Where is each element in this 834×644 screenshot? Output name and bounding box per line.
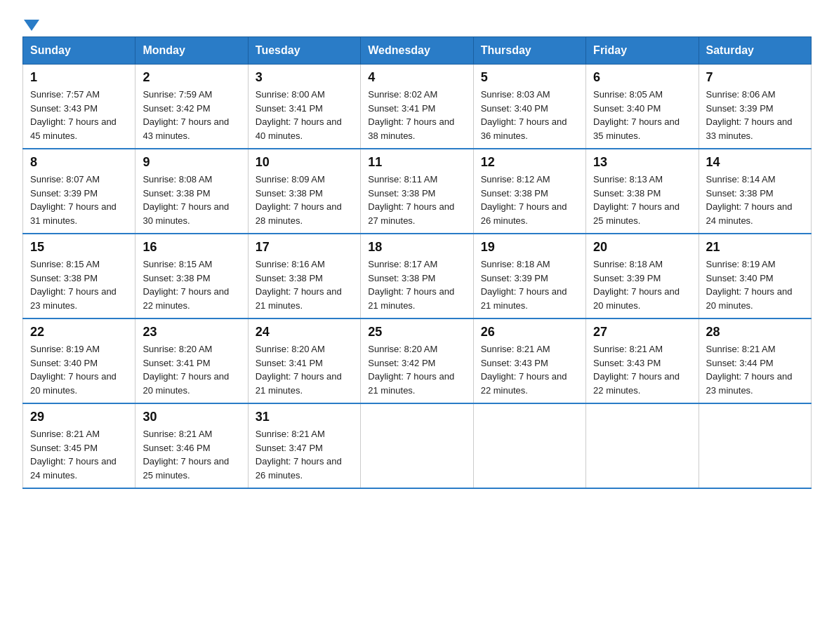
- day-info: Sunrise: 8:20 AMSunset: 3:41 PMDaylight:…: [256, 344, 342, 396]
- calendar-day-cell: 21 Sunrise: 8:19 AMSunset: 3:40 PMDaylig…: [699, 234, 811, 318]
- calendar-day-cell: [586, 403, 699, 488]
- day-info: Sunrise: 8:19 AMSunset: 3:40 PMDaylight:…: [30, 344, 117, 396]
- logo: [22, 17, 39, 25]
- calendar-day-cell: 31 Sunrise: 8:21 AMSunset: 3:47 PMDaylig…: [248, 403, 360, 488]
- day-info: Sunrise: 7:59 AMSunset: 3:42 PMDaylight:…: [143, 89, 229, 141]
- day-number: 30: [143, 410, 240, 424]
- header-row: SundayMondayTuesdayWednesdayThursdayFrid…: [23, 37, 812, 65]
- calendar-day-cell: 22 Sunrise: 8:19 AMSunset: 3:40 PMDaylig…: [23, 318, 135, 403]
- calendar-day-cell: 19 Sunrise: 8:18 AMSunset: 3:39 PMDaylig…: [473, 234, 585, 318]
- day-info: Sunrise: 8:21 AMSunset: 3:43 PMDaylight:…: [593, 344, 680, 396]
- day-info: Sunrise: 8:03 AMSunset: 3:40 PMDaylight:…: [481, 89, 567, 141]
- day-number: 14: [706, 155, 804, 170]
- page-header: [22, 17, 812, 25]
- calendar-day-cell: 23 Sunrise: 8:20 AMSunset: 3:41 PMDaylig…: [135, 318, 248, 403]
- day-number: 9: [143, 155, 240, 170]
- day-number: 2: [143, 70, 240, 85]
- calendar-day-cell: 27 Sunrise: 8:21 AMSunset: 3:43 PMDaylig…: [586, 318, 699, 403]
- calendar-day-cell: 18 Sunrise: 8:17 AMSunset: 3:38 PMDaylig…: [361, 234, 473, 318]
- calendar-day-cell: 26 Sunrise: 8:21 AMSunset: 3:43 PMDaylig…: [473, 318, 585, 403]
- calendar-day-cell: 11 Sunrise: 8:11 AMSunset: 3:38 PMDaylig…: [361, 149, 473, 234]
- day-info: Sunrise: 8:18 AMSunset: 3:39 PMDaylight:…: [481, 259, 567, 311]
- day-number: 7: [706, 70, 804, 85]
- day-info: Sunrise: 8:21 AMSunset: 3:47 PMDaylight:…: [256, 429, 342, 481]
- day-of-week-header: Monday: [135, 37, 248, 65]
- calendar-day-cell: 12 Sunrise: 8:12 AMSunset: 3:38 PMDaylig…: [473, 149, 585, 234]
- day-number: 19: [481, 240, 578, 255]
- day-info: Sunrise: 8:20 AMSunset: 3:41 PMDaylight:…: [143, 344, 229, 396]
- calendar-day-cell: 14 Sunrise: 8:14 AMSunset: 3:38 PMDaylig…: [699, 149, 811, 234]
- calendar-header: SundayMondayTuesdayWednesdayThursdayFrid…: [23, 37, 812, 65]
- day-number: 5: [481, 70, 578, 85]
- calendar-week-row: 29 Sunrise: 8:21 AMSunset: 3:45 PMDaylig…: [23, 403, 812, 488]
- day-number: 26: [481, 325, 578, 340]
- calendar-day-cell: 4 Sunrise: 8:02 AMSunset: 3:41 PMDayligh…: [361, 65, 473, 149]
- day-of-week-header: Tuesday: [248, 37, 360, 65]
- calendar-day-cell: 24 Sunrise: 8:20 AMSunset: 3:41 PMDaylig…: [248, 318, 360, 403]
- day-number: 21: [706, 240, 804, 255]
- calendar-day-cell: 8 Sunrise: 8:07 AMSunset: 3:39 PMDayligh…: [23, 149, 135, 234]
- day-info: Sunrise: 8:15 AMSunset: 3:38 PMDaylight:…: [143, 259, 229, 311]
- calendar-day-cell: 25 Sunrise: 8:20 AMSunset: 3:42 PMDaylig…: [361, 318, 473, 403]
- day-info: Sunrise: 8:09 AMSunset: 3:38 PMDaylight:…: [256, 174, 342, 226]
- day-info: Sunrise: 8:07 AMSunset: 3:39 PMDaylight:…: [30, 174, 117, 226]
- calendar-table: SundayMondayTuesdayWednesdayThursdayFrid…: [22, 36, 812, 489]
- calendar-day-cell: 3 Sunrise: 8:00 AMSunset: 3:41 PMDayligh…: [248, 65, 360, 149]
- day-info: Sunrise: 8:21 AMSunset: 3:46 PMDaylight:…: [143, 429, 229, 481]
- day-number: 24: [256, 325, 353, 340]
- day-number: 25: [368, 325, 465, 340]
- day-number: 20: [593, 240, 691, 255]
- day-number: 18: [368, 240, 465, 255]
- day-number: 4: [368, 70, 465, 85]
- day-info: Sunrise: 8:13 AMSunset: 3:38 PMDaylight:…: [593, 174, 680, 226]
- calendar-week-row: 15 Sunrise: 8:15 AMSunset: 3:38 PMDaylig…: [23, 234, 812, 318]
- calendar-day-cell: 20 Sunrise: 8:18 AMSunset: 3:39 PMDaylig…: [586, 234, 699, 318]
- calendar-day-cell: 9 Sunrise: 8:08 AMSunset: 3:38 PMDayligh…: [135, 149, 248, 234]
- day-info: Sunrise: 8:21 AMSunset: 3:44 PMDaylight:…: [706, 344, 793, 396]
- day-info: Sunrise: 8:14 AMSunset: 3:38 PMDaylight:…: [706, 174, 793, 226]
- calendar-day-cell: [699, 403, 811, 488]
- day-number: 12: [481, 155, 578, 170]
- calendar-day-cell: 6 Sunrise: 8:05 AMSunset: 3:40 PMDayligh…: [586, 65, 699, 149]
- day-number: 15: [30, 240, 128, 255]
- calendar-day-cell: 1 Sunrise: 7:57 AMSunset: 3:43 PMDayligh…: [23, 65, 135, 149]
- day-of-week-header: Friday: [586, 37, 699, 65]
- day-number: 10: [256, 155, 353, 170]
- calendar-week-row: 1 Sunrise: 7:57 AMSunset: 3:43 PMDayligh…: [23, 65, 812, 149]
- day-info: Sunrise: 8:21 AMSunset: 3:43 PMDaylight:…: [481, 344, 567, 396]
- day-info: Sunrise: 8:15 AMSunset: 3:38 PMDaylight:…: [30, 259, 117, 311]
- day-number: 23: [143, 325, 240, 340]
- day-info: Sunrise: 8:00 AMSunset: 3:41 PMDaylight:…: [256, 89, 342, 141]
- calendar-day-cell: [473, 403, 585, 488]
- day-info: Sunrise: 8:05 AMSunset: 3:40 PMDaylight:…: [593, 89, 680, 141]
- day-number: 3: [256, 70, 353, 85]
- day-of-week-header: Thursday: [473, 37, 585, 65]
- calendar-day-cell: 10 Sunrise: 8:09 AMSunset: 3:38 PMDaylig…: [248, 149, 360, 234]
- day-info: Sunrise: 8:21 AMSunset: 3:45 PMDaylight:…: [30, 429, 117, 481]
- calendar-body: 1 Sunrise: 7:57 AMSunset: 3:43 PMDayligh…: [23, 65, 812, 489]
- day-info: Sunrise: 8:17 AMSunset: 3:38 PMDaylight:…: [368, 259, 454, 311]
- day-number: 16: [143, 240, 240, 255]
- logo-arrow-icon: [24, 20, 39, 31]
- calendar-week-row: 8 Sunrise: 8:07 AMSunset: 3:39 PMDayligh…: [23, 149, 812, 234]
- calendar-day-cell: 29 Sunrise: 8:21 AMSunset: 3:45 PMDaylig…: [23, 403, 135, 488]
- calendar-day-cell: 15 Sunrise: 8:15 AMSunset: 3:38 PMDaylig…: [23, 234, 135, 318]
- day-info: Sunrise: 8:19 AMSunset: 3:40 PMDaylight:…: [706, 259, 793, 311]
- day-info: Sunrise: 7:57 AMSunset: 3:43 PMDaylight:…: [30, 89, 117, 141]
- day-info: Sunrise: 8:12 AMSunset: 3:38 PMDaylight:…: [481, 174, 567, 226]
- day-number: 11: [368, 155, 465, 170]
- day-info: Sunrise: 8:11 AMSunset: 3:38 PMDaylight:…: [368, 174, 454, 226]
- calendar-day-cell: 5 Sunrise: 8:03 AMSunset: 3:40 PMDayligh…: [473, 65, 585, 149]
- day-info: Sunrise: 8:20 AMSunset: 3:42 PMDaylight:…: [368, 344, 454, 396]
- calendar-day-cell: 28 Sunrise: 8:21 AMSunset: 3:44 PMDaylig…: [699, 318, 811, 403]
- day-number: 27: [593, 325, 691, 340]
- day-number: 1: [30, 70, 128, 85]
- day-number: 6: [593, 70, 691, 85]
- calendar-day-cell: 13 Sunrise: 8:13 AMSunset: 3:38 PMDaylig…: [586, 149, 699, 234]
- day-info: Sunrise: 8:08 AMSunset: 3:38 PMDaylight:…: [143, 174, 229, 226]
- day-number: 22: [30, 325, 128, 340]
- day-info: Sunrise: 8:16 AMSunset: 3:38 PMDaylight:…: [256, 259, 342, 311]
- day-info: Sunrise: 8:02 AMSunset: 3:41 PMDaylight:…: [368, 89, 454, 141]
- calendar-day-cell: 16 Sunrise: 8:15 AMSunset: 3:38 PMDaylig…: [135, 234, 248, 318]
- day-of-week-header: Sunday: [23, 37, 135, 65]
